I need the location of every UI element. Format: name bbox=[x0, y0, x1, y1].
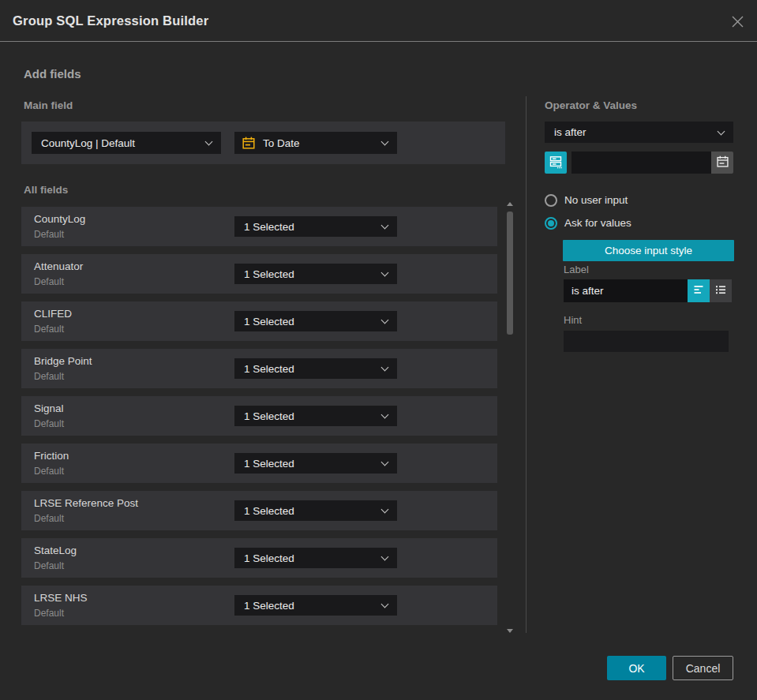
field-selection-value: 1 Selected bbox=[244, 458, 294, 470]
align-left-style-button[interactable] bbox=[688, 279, 710, 302]
field-selection-dropdown[interactable]: 1 Selected bbox=[234, 311, 397, 331]
list-style-button[interactable] bbox=[710, 279, 732, 302]
field-selection-value: 1 Selected bbox=[244, 363, 294, 375]
field-subtitle: Default bbox=[34, 466, 64, 477]
chevron-down-icon bbox=[381, 506, 389, 514]
chevron-down-icon bbox=[381, 553, 389, 561]
field-selection-dropdown[interactable]: 1 Selected bbox=[234, 595, 397, 616]
chevron-down-icon bbox=[381, 601, 389, 608]
add-fields-heading: Add fields bbox=[24, 67, 81, 80]
dialog-title: Group SQL Expression Builder bbox=[13, 0, 208, 41]
field-selection-value: 1 Selected bbox=[244, 221, 294, 233]
field-row: StateLog Default 1 Selected bbox=[21, 538, 497, 578]
list-scrollbar[interactable] bbox=[505, 200, 515, 634]
cancel-button[interactable]: Cancel bbox=[673, 656, 733, 680]
chevron-down-icon bbox=[718, 127, 725, 135]
chevron-down-icon bbox=[381, 269, 389, 277]
chevron-down-icon bbox=[381, 411, 389, 419]
field-subtitle: Default bbox=[34, 513, 64, 524]
field-row: Bridge Point Default 1 Selected bbox=[21, 349, 497, 388]
label-input[interactable] bbox=[564, 279, 688, 302]
close-icon[interactable] bbox=[729, 13, 746, 30]
radio-ask-for-values-label: Ask for values bbox=[564, 217, 631, 229]
date-type-dropdown-value: To Date bbox=[263, 137, 300, 149]
main-field-dropdown-value: CountyLog | Default bbox=[41, 137, 135, 149]
chevron-down-icon bbox=[381, 222, 389, 230]
chevron-down-icon bbox=[381, 364, 389, 372]
label-field-label: Label bbox=[564, 264, 589, 275]
vertical-divider bbox=[526, 96, 527, 633]
main-field-panel: CountyLog | Default To Date bbox=[21, 122, 505, 164]
field-selection-value: 1 Selected bbox=[244, 505, 294, 517]
date-picker-button[interactable] bbox=[711, 152, 733, 174]
hint-input[interactable] bbox=[564, 331, 729, 352]
value-input[interactable] bbox=[571, 152, 711, 174]
field-name: LRSE Reference Post bbox=[34, 497, 138, 509]
field-selection-dropdown[interactable]: 1 Selected bbox=[234, 500, 397, 521]
field-selection-value: 1 Selected bbox=[244, 316, 294, 328]
field-subtitle: Default bbox=[34, 418, 64, 429]
scrollbar-thumb[interactable] bbox=[507, 211, 513, 335]
group-sql-expression-builder-dialog: Group SQL Expression Builder Add fields … bbox=[0, 0, 757, 700]
all-fields-list: CountyLog Default 1 Selected Attenuator … bbox=[21, 207, 497, 633]
field-subtitle: Default bbox=[34, 276, 64, 287]
field-selection-dropdown[interactable]: 1 Selected bbox=[234, 358, 397, 379]
field-name: CLIFED bbox=[34, 308, 72, 320]
unique-values-button[interactable] bbox=[545, 152, 567, 174]
field-row: Friction Default 1 Selected bbox=[21, 444, 497, 483]
field-selection-dropdown[interactable]: 1 Selected bbox=[234, 216, 397, 237]
field-row: Attenuator Default 1 Selected bbox=[21, 254, 497, 294]
input-style-segmented-control bbox=[688, 279, 732, 302]
field-subtitle: Default bbox=[34, 371, 64, 382]
field-selection-dropdown[interactable]: 1 Selected bbox=[234, 264, 397, 284]
field-subtitle: Default bbox=[34, 608, 64, 619]
radio-selected-icon[interactable] bbox=[545, 217, 557, 230]
field-name: CountyLog bbox=[34, 213, 85, 225]
operator-values-heading: Operator & Values bbox=[545, 99, 637, 111]
field-row: CountyLog Default 1 Selected bbox=[21, 207, 497, 246]
titlebar: Group SQL Expression Builder bbox=[0, 0, 757, 42]
field-row: CLIFED Default 1 Selected bbox=[21, 301, 497, 341]
ok-button[interactable]: OK bbox=[607, 656, 666, 680]
date-type-dropdown[interactable]: To Date bbox=[234, 132, 397, 154]
hint-field-label: Hint bbox=[564, 314, 582, 326]
main-field-label: Main field bbox=[24, 99, 73, 111]
field-name: Attenuator bbox=[34, 260, 83, 272]
chevron-down-icon bbox=[381, 316, 389, 324]
field-selection-dropdown[interactable]: 1 Selected bbox=[234, 406, 397, 426]
radio-circle-icon[interactable] bbox=[545, 194, 557, 207]
align-left-icon bbox=[692, 283, 705, 298]
chevron-down-icon bbox=[381, 138, 389, 146]
operator-dropdown-value: is after bbox=[554, 126, 586, 138]
radio-no-user-input[interactable]: No user input bbox=[545, 193, 628, 207]
field-selection-dropdown[interactable]: 1 Selected bbox=[234, 548, 397, 568]
field-name: Bridge Point bbox=[34, 355, 92, 367]
field-selection-dropdown[interactable]: 1 Selected bbox=[234, 453, 397, 474]
scroll-up-icon[interactable] bbox=[507, 202, 513, 206]
field-selection-value: 1 Selected bbox=[244, 600, 294, 612]
field-subtitle: Default bbox=[34, 229, 64, 240]
field-subtitle: Default bbox=[34, 324, 64, 335]
field-row: LRSE NHS Default 1 Selected bbox=[21, 586, 497, 625]
operator-dropdown[interactable]: is after bbox=[545, 122, 733, 143]
all-fields-label: All fields bbox=[24, 184, 68, 196]
field-row: LRSE Reference Post Default 1 Selected bbox=[21, 491, 497, 530]
bullet-list-icon bbox=[714, 283, 727, 298]
field-name: Friction bbox=[34, 450, 69, 462]
chevron-down-icon bbox=[381, 459, 389, 466]
field-name: LRSE NHS bbox=[34, 592, 88, 604]
main-field-dropdown[interactable]: CountyLog | Default bbox=[32, 132, 221, 154]
calendar-icon bbox=[242, 136, 256, 152]
field-row: Signal Default 1 Selected bbox=[21, 396, 497, 436]
choose-input-style-button[interactable]: Choose input style bbox=[563, 240, 734, 261]
field-subtitle: Default bbox=[34, 560, 64, 571]
chevron-down-icon bbox=[205, 138, 213, 146]
radio-ask-for-values[interactable]: Ask for values bbox=[545, 216, 631, 230]
field-name: StateLog bbox=[34, 545, 77, 556]
calendar-icon bbox=[716, 155, 729, 170]
field-selection-value: 1 Selected bbox=[244, 268, 294, 280]
field-selection-value: 1 Selected bbox=[244, 552, 294, 564]
scroll-down-icon[interactable] bbox=[507, 629, 513, 633]
field-name: Signal bbox=[34, 402, 64, 414]
radio-no-user-input-label: No user input bbox=[564, 194, 628, 206]
